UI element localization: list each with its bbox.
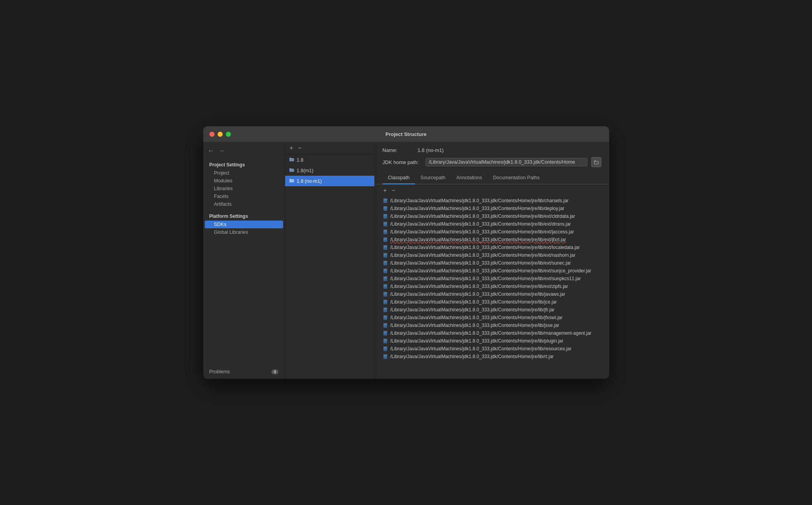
- classpath-entry: /Library/Java/JavaVirtualMachines/jdk1.8…: [383, 236, 601, 244]
- jdk-path-label: JDK home path:: [383, 159, 422, 165]
- detail-panel: Name: 1.8 (no-m1) JDK home path: /Librar…: [375, 142, 609, 379]
- svg-rect-47: [384, 271, 386, 271]
- sdk-entry-1.8nom1[interactable]: 1.8 (no-m1): [285, 176, 374, 186]
- jar-icon: [383, 330, 388, 336]
- classpath-entry: /Library/Java/JavaVirtualMachines/jdk1.8…: [383, 267, 601, 275]
- svg-rect-25: [384, 230, 387, 231]
- sidebar-item-facets[interactable]: Facets: [203, 192, 285, 200]
- sdk-list-panel: + − 1.8: [285, 142, 375, 379]
- sidebar-item-sdks[interactable]: SDKs: [205, 221, 283, 228]
- entry-path-text: /Library/Java/JavaVirtualMachines/jdk1.8…: [390, 354, 554, 359]
- svg-rect-39: [384, 255, 386, 256]
- tab-documentation-paths[interactable]: Documentation Paths: [488, 172, 545, 184]
- classpath-entry: /Library/Java/JavaVirtualMachines/jdk1.8…: [383, 212, 601, 220]
- svg-rect-49: [384, 277, 387, 277]
- classpath-entry: /Library/Java/JavaVirtualMachines/jdk1.8…: [383, 321, 601, 329]
- entry-path-text: /Library/Java/JavaVirtualMachines/jdk1.8…: [390, 198, 569, 203]
- entry-path-text: /Library/Java/JavaVirtualMachines/jdk1.8…: [390, 284, 568, 289]
- jar-icon: [383, 276, 388, 281]
- jar-icon: [383, 291, 388, 297]
- sidebar-item-artifacts[interactable]: Artifacts: [203, 200, 285, 208]
- svg-rect-4: [289, 179, 294, 182]
- add-sdk-button[interactable]: +: [289, 145, 294, 151]
- sidebar: ← → Project Settings Project Modules Lib…: [203, 142, 285, 379]
- jdk-path-row: JDK home path: /Library/Java/JavaVirtual…: [375, 157, 609, 172]
- jar-icon: [383, 245, 388, 250]
- sdk-entry-1.8m1[interactable]: 1.8(m1): [285, 165, 374, 176]
- svg-rect-90: [384, 356, 387, 356]
- jar-icon: [383, 354, 388, 359]
- classpath-entry: /Library/Java/JavaVirtualMachines/jdk1.8…: [383, 275, 601, 283]
- svg-rect-19: [384, 216, 386, 217]
- remove-classpath-button[interactable]: −: [391, 187, 396, 194]
- sidebar-item-libraries[interactable]: Libraries: [203, 185, 285, 192]
- jar-icon: [383, 198, 388, 203]
- svg-rect-57: [384, 293, 387, 293]
- svg-rect-58: [384, 293, 387, 294]
- svg-rect-26: [384, 231, 387, 231]
- svg-rect-78: [384, 332, 387, 333]
- svg-rect-81: [384, 339, 387, 340]
- sidebar-item-modules[interactable]: Modules: [203, 177, 285, 185]
- classpath-entry: /Library/Java/JavaVirtualMachines/jdk1.8…: [383, 353, 601, 360]
- jar-icon: [383, 260, 388, 266]
- svg-rect-67: [384, 310, 386, 310]
- sidebar-item-problems[interactable]: Problems 4: [203, 368, 285, 376]
- classpath-toolbar: + −: [375, 184, 609, 197]
- jar-icon: [383, 346, 388, 351]
- svg-rect-51: [384, 279, 386, 279]
- tab-classpath[interactable]: Classpath: [383, 172, 415, 184]
- classpath-entry: /Library/Java/JavaVirtualMachines/jdk1.8…: [383, 259, 601, 267]
- forward-arrow[interactable]: →: [219, 147, 225, 154]
- svg-rect-87: [384, 349, 386, 349]
- classpath-list[interactable]: /Library/Java/JavaVirtualMachines/jdk1.8…: [375, 197, 609, 379]
- svg-rect-83: [384, 341, 386, 341]
- name-value: 1.8 (no-m1): [418, 147, 444, 153]
- svg-rect-41: [384, 261, 387, 262]
- back-arrow[interactable]: ←: [208, 147, 214, 154]
- close-button[interactable]: [209, 132, 215, 137]
- jdk-path-input[interactable]: /Library/Java/JavaVirtualMachines/jdk1.8…: [426, 158, 587, 166]
- svg-rect-79: [384, 333, 386, 334]
- tab-annotations[interactable]: Annotations: [451, 172, 488, 184]
- svg-rect-43: [384, 263, 386, 263]
- main-panel: + − 1.8: [285, 142, 609, 379]
- folder-icon: [289, 157, 294, 163]
- add-classpath-button[interactable]: +: [383, 187, 388, 194]
- svg-rect-69: [384, 316, 387, 316]
- minimize-button[interactable]: [218, 132, 223, 137]
- svg-rect-27: [384, 232, 386, 232]
- classpath-entry: /Library/Java/JavaVirtualMachines/jdk1.8…: [383, 220, 601, 228]
- svg-rect-71: [384, 318, 386, 318]
- jar-icon: [383, 315, 388, 320]
- entry-path-text: /Library/Java/JavaVirtualMachines/jdk1.8…: [390, 214, 575, 219]
- maximize-button[interactable]: [226, 132, 231, 137]
- classpath-entry: /Library/Java/JavaVirtualMachines/jdk1.8…: [383, 345, 601, 353]
- svg-rect-31: [384, 240, 386, 240]
- sdk-entry-1.8[interactable]: 1.8: [285, 155, 374, 165]
- sidebar-item-project[interactable]: Project: [203, 169, 285, 177]
- browse-button[interactable]: [591, 157, 601, 167]
- remove-sdk-button[interactable]: −: [297, 145, 302, 151]
- entry-path-text: /Library/Java/JavaVirtualMachines/jdk1.8…: [390, 307, 555, 313]
- svg-rect-89: [384, 355, 387, 355]
- classpath-entry: /Library/Java/JavaVirtualMachines/jdk1.8…: [383, 298, 601, 306]
- svg-rect-65: [384, 308, 387, 309]
- classpath-entry: /Library/Java/JavaVirtualMachines/jdk1.8…: [383, 244, 601, 251]
- entry-path-text: /Library/Java/JavaVirtualMachines/jdk1.8…: [390, 291, 566, 297]
- classpath-entry: /Library/Java/JavaVirtualMachines/jdk1.8…: [383, 251, 601, 259]
- svg-rect-7: [594, 161, 596, 161]
- tab-sourcepath[interactable]: Sourcepath: [415, 172, 451, 184]
- svg-rect-63: [384, 302, 386, 302]
- name-row: Name: 1.8 (no-m1): [375, 142, 609, 157]
- svg-rect-50: [384, 278, 387, 278]
- project-settings-label: Project Settings: [203, 161, 285, 169]
- classpath-entry: /Library/Java/JavaVirtualMachines/jdk1.8…: [383, 205, 601, 212]
- sidebar-item-global-libraries[interactable]: Global Libraries: [203, 228, 285, 236]
- titlebar: Project Structure: [203, 126, 609, 142]
- problems-badge: 4: [271, 369, 278, 374]
- entry-path-text: /Library/Java/JavaVirtualMachines/jdk1.8…: [390, 237, 566, 242]
- svg-rect-10: [384, 200, 387, 200]
- svg-rect-9: [384, 199, 387, 200]
- classpath-entry: /Library/Java/JavaVirtualMachines/jdk1.8…: [383, 283, 601, 290]
